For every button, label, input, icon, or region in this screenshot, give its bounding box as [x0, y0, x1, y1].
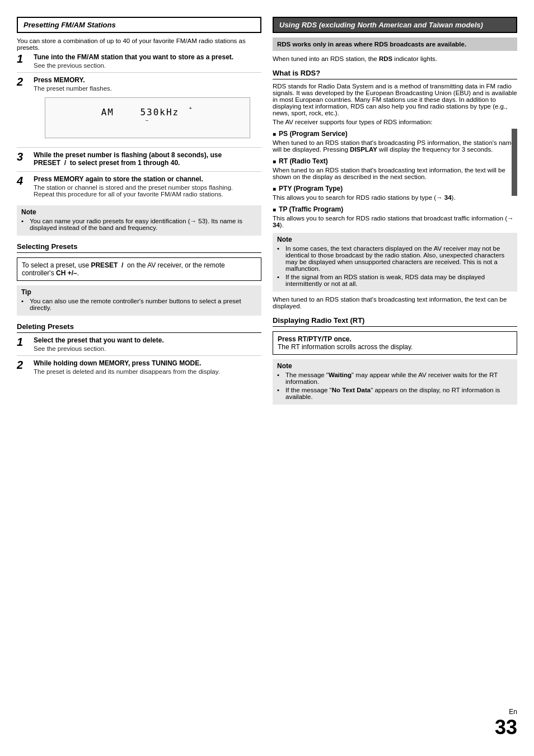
rt-info-title: Press RT/PTY/TP once. [278, 335, 352, 343]
rds-note2-text2: If the signal from an RDS station is wea… [285, 274, 513, 287]
step-3-content: While the preset number is flashing (abo… [34, 151, 261, 168]
pty-desc: This allows you to search for RDS radio … [273, 194, 517, 201]
left-column: Presetting FM/AM Stations You can store … [17, 17, 261, 697]
rds-para1: RDS stands for Radio Data System and is … [273, 83, 517, 116]
rds-availability-note: RDS works only in areas where RDS broadc… [273, 37, 517, 51]
selecting-presets-info-text: To select a preset, use PRESET / on the … [22, 261, 225, 277]
deleting-presets-header: Deleting Presets [17, 322, 261, 333]
page-number: 33 [495, 716, 517, 739]
rt-note-item1: • The message "Waiting" may appear while… [277, 372, 513, 385]
left-section-title: Presetting FM/AM Stations [24, 21, 116, 29]
tip-label: Tip [21, 288, 257, 296]
rds-note2-item2: • If the signal from an RDS station is w… [277, 274, 513, 287]
delete-step-2-title: While holding down MEMORY, press TUNING … [34, 359, 261, 367]
en-label: En [509, 708, 517, 716]
rds-note2-item1: • In some cases, the text characters dis… [277, 245, 513, 272]
rt-note: Note • The message "Waiting" may appear … [273, 359, 517, 405]
rt-type-label: RT (Radio Text) [279, 157, 328, 165]
steps-container: 1 Tune into the FM/AM station that you w… [17, 53, 261, 201]
step-4: 4 Press MEMORY again to store the statio… [17, 175, 261, 201]
rt-note-label: Note [277, 362, 513, 370]
right-column: Using RDS (excluding North American and … [273, 17, 517, 405]
step-1-number: 1 [17, 53, 34, 69]
step-4-number: 4 [17, 175, 34, 198]
side-tab [512, 129, 517, 196]
display-text: AM 530kHz [101, 107, 180, 118]
step-4-title: Press MEMORY again to store the station … [34, 175, 261, 183]
step-2-desc: The preset number flashes. [34, 85, 261, 92]
delete-step-1-title: Select the preset that you want to delet… [34, 336, 261, 344]
step-1-desc: See the previous section. [34, 62, 261, 69]
delete-step-2-desc: The preset is deleted and its number dis… [34, 368, 261, 375]
right-col-wrapper: Using RDS (excluding North American and … [273, 17, 517, 697]
step-3: 3 While the preset number is flashing (a… [17, 151, 261, 172]
right-section-header: Using RDS (excluding North American and … [273, 17, 517, 33]
step-2-content: Press MEMORY. The preset number flashes.… [34, 76, 261, 144]
left-section-header: Presetting FM/AM Stations [17, 17, 261, 33]
selecting-presets-tip: Tip • You can also use the remote contro… [17, 285, 261, 316]
tip-text: You can also use the remote controller's… [30, 298, 257, 311]
ps-header: PS (Program Service) [273, 130, 517, 138]
page-number-block: En 33 [495, 708, 517, 739]
rds-note2-label: Note [277, 236, 513, 243]
step-4-desc: The station or channel is stored and the… [34, 184, 261, 198]
delete-steps-container: 1 Select the preset that you want to del… [17, 336, 261, 378]
delete-step-1: 1 Select the preset that you want to del… [17, 336, 261, 356]
note-text-1: You can name your radio presets for easy… [30, 218, 257, 231]
left-intro: You can store a combination of up to 40 … [17, 37, 261, 51]
tip-bullet: • [21, 298, 28, 311]
right-section-title: Using RDS (excluding North American and … [279, 21, 483, 29]
rt-header: RT (Radio Text) [273, 157, 517, 165]
step-2: 2 Press MEMORY. The preset number flashe… [17, 76, 261, 148]
display-illustration: AM 530kHz ⁺⁻ [45, 97, 250, 138]
rt-note-item2: • If the message "No Text Data" appears … [277, 387, 513, 400]
step-1-content: Tune into the FM/AM station that you wan… [34, 53, 261, 69]
note-label: Note [21, 208, 257, 216]
tp-header: TP (Traffic Program) [273, 205, 517, 213]
page: Presetting FM/AM Stations You can store … [0, 0, 534, 756]
delete-step-1-desc: See the previous section. [34, 345, 261, 352]
rt-info-desc: The RT information scrolls across the di… [278, 343, 413, 351]
pty-header: PTY (Program Type) [273, 185, 517, 192]
page-number-area: En 33 [17, 708, 517, 739]
selecting-presets-info: To select a preset, use PRESET / on the … [17, 257, 261, 281]
ps-desc: When tuned to an RDS station that's broa… [273, 139, 517, 153]
delete-step-2-number: 2 [17, 359, 34, 375]
two-column-layout: Presetting FM/AM Stations You can store … [17, 17, 517, 697]
step-2-title: Press MEMORY. [34, 76, 261, 84]
rt-desc: When tuned to an RDS station that's broa… [273, 167, 517, 180]
delete-step-2: 2 While holding down MEMORY, press TUNIN… [17, 359, 261, 378]
ps-type-label: PS (Program Service) [279, 130, 348, 138]
tp-type-label: TP (Traffic Program) [279, 205, 343, 213]
rds-note2-text1: In some cases, the text characters displ… [285, 245, 513, 272]
rds-para2: The AV receiver supports four types of R… [273, 119, 517, 125]
rds-intro: When tuned into an RDS station, the RDS … [273, 55, 517, 62]
bullet-dot: • [21, 218, 28, 231]
rt-note-text1: The message "Waiting" may appear while t… [285, 372, 513, 385]
note-item-1: • You can name your radio presets for ea… [21, 218, 257, 231]
delete-step-2-content: While holding down MEMORY, press TUNING … [34, 359, 261, 375]
presetting-note: Note • You can name your radio presets f… [17, 205, 261, 236]
rds-note2: Note • In some cases, the text character… [273, 233, 517, 292]
step-4-content: Press MEMORY again to store the station … [34, 175, 261, 198]
delete-step-1-number: 1 [17, 336, 34, 352]
step-1: 1 Tune into the FM/AM station that you w… [17, 53, 261, 73]
step-3-title: While the preset number is flashing (abo… [34, 151, 261, 167]
tip-item-1: • You can also use the remote controller… [21, 298, 257, 311]
tp-desc: This allows you to search for RDS radio … [273, 215, 517, 228]
delete-step-1-content: Select the preset that you want to delet… [34, 336, 261, 352]
pty-type-label: PTY (Program Type) [279, 185, 343, 192]
rt-note-text2: If the message "No Text Data" appears on… [285, 387, 513, 400]
rds-text-info: When tuned to an RDS station that's broa… [273, 296, 517, 309]
displaying-rt-header: Displaying Radio Text (RT) [273, 316, 517, 327]
what-is-rds-header: What is RDS? [273, 69, 517, 79]
rds-availability-text: RDS works only in areas where RDS broadc… [277, 41, 466, 48]
step-1-title: Tune into the FM/AM station that you wan… [34, 53, 261, 61]
step-2-number: 2 [17, 76, 34, 144]
selecting-presets-header: Selecting Presets [17, 242, 261, 253]
step-3-number: 3 [17, 151, 34, 168]
displaying-rt-info: Press RT/PTY/TP once. The RT information… [273, 331, 517, 355]
